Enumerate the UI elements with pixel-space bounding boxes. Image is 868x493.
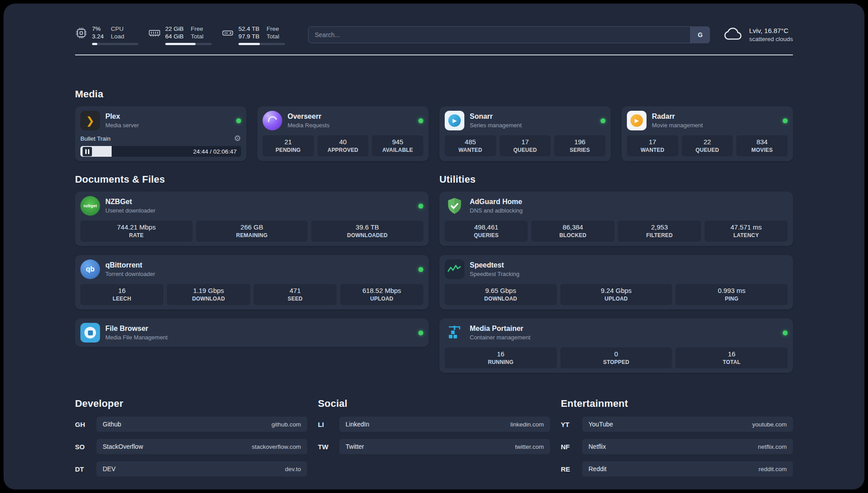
link-youtube[interactable]: YT YouTube youtube.com — [561, 417, 793, 432]
link-prefix: GH — [75, 421, 96, 428]
stat-value: 471 — [255, 287, 335, 295]
portainer-card[interactable]: Media Portainer Container management 16 … — [439, 318, 793, 373]
search-bar: G — [308, 26, 710, 43]
stat-value: 16 — [82, 287, 162, 295]
link-label: Twitter — [346, 443, 364, 450]
stat-wanted: 17 WANTED — [627, 135, 678, 156]
stat-ping: 0.993 ms PING — [676, 284, 788, 305]
app-name: Overseerr — [288, 112, 330, 121]
nzbget-card[interactable]: nzbget NZBGet Usenet downloader 744.21 M… — [75, 192, 429, 246]
ram-label-top: Free — [191, 25, 204, 33]
stat-label: RUNNING — [447, 359, 555, 366]
header-divider — [75, 54, 793, 55]
stat-stopped: 0 STOPPED — [560, 347, 672, 368]
link-github[interactable]: GH Github github.com — [75, 417, 307, 432]
disk-free-value: 52.4 TB — [238, 25, 259, 33]
stat-value: 16 — [447, 350, 555, 358]
disk-label-bottom: Total — [267, 33, 280, 40]
disk-icon — [221, 27, 234, 41]
section-social: Social LI LinkedIn linkedin.com TW Twitt… — [318, 398, 550, 454]
app-name: AdGuard Home — [470, 197, 523, 206]
link-label: StackOverflow — [103, 443, 143, 450]
app-subtitle: Media File Management — [105, 334, 167, 341]
search-engine-button[interactable]: G — [690, 26, 710, 43]
stat-label: PENDING — [264, 147, 312, 154]
stat-value: 0.993 ms — [677, 287, 786, 295]
section-title-media: Media — [75, 88, 793, 100]
cpu-load-value: 3.24 — [92, 33, 104, 40]
status-dot — [601, 118, 605, 123]
sonarr-icon: ▶ — [445, 111, 464, 130]
stat-value: 17 — [629, 138, 676, 146]
stat-downloaded: 39.6 TB DOWNLOADED — [311, 221, 423, 242]
stat-upload: 9.24 Gbps UPLOAD — [560, 284, 672, 305]
stat-value: 16 — [677, 350, 786, 358]
pause-button[interactable] — [83, 147, 92, 156]
app-name: NZBGet — [105, 197, 155, 206]
radarr-card[interactable]: ▶ Radarr Movie management 17 WANTED 22 Q… — [622, 106, 793, 161]
stat-value: 0 — [562, 350, 671, 358]
app-subtitle: Speedtest Tracking — [470, 270, 519, 278]
stat-label: LATENCY — [706, 232, 786, 239]
link-prefix: LI — [318, 421, 339, 428]
app-subtitle: Container management — [470, 334, 530, 341]
qbittorrent-card[interactable]: qb qBittorrent Torrent downloader 16 LEE… — [75, 255, 429, 309]
stat-label: DOWNLOAD — [447, 296, 555, 302]
stat-queued: 17 QUEUED — [500, 135, 551, 156]
app-name: qBittorrent — [105, 261, 155, 270]
stat-label: SERIES — [556, 147, 604, 154]
stat-value: 39.6 TB — [313, 223, 421, 231]
link-stackoverflow[interactable]: SO StackOverflow stackoverflow.com — [75, 439, 307, 454]
link-label: LinkedIn — [346, 421, 369, 428]
ram-progress-bar — [165, 43, 212, 45]
radarr-icon: ▶ — [627, 111, 647, 130]
speedtest-card[interactable]: Speedtest Speedtest Tracking 9.65 Gbps D… — [439, 255, 793, 309]
stat-blocked: 86,384 BLOCKED — [531, 221, 614, 242]
link-linkedin[interactable]: LI LinkedIn linkedin.com — [318, 417, 550, 432]
link-dev[interactable]: DT DEV dev.to — [75, 461, 307, 476]
app-subtitle: Series management — [470, 121, 522, 129]
playback-progress-bar[interactable]: 24:44 / 02:06:47 — [80, 146, 241, 157]
overseerr-card[interactable]: Overseerr Media Requests 21 PENDING 40 A… — [257, 106, 429, 161]
stat-value: 744.21 Mbps — [82, 223, 191, 231]
cloud-icon — [723, 24, 744, 46]
stat-seed: 471 SEED — [254, 284, 337, 305]
disk-total-value: 97.9 TB — [238, 33, 259, 40]
search-input[interactable] — [308, 26, 710, 43]
app-name: Plex — [105, 112, 139, 121]
top-bar: 7% 3.24 CPU Load — [75, 22, 793, 47]
app-name: Sonarr — [470, 112, 522, 121]
link-twitter[interactable]: TW Twitter twitter.com — [318, 439, 550, 454]
stat-value: 17 — [501, 138, 549, 146]
stat-label: MOVIES — [738, 147, 786, 154]
sonarr-card[interactable]: ▶ Sonarr Series management 485 WANTED 17… — [439, 106, 611, 161]
link-url: linkedin.com — [510, 421, 544, 428]
stat-value: 1.19 Gbps — [169, 287, 248, 295]
app-name: Radarr — [652, 112, 703, 121]
stat-series: 196 SERIES — [554, 135, 605, 156]
cpu-progress-bar — [92, 43, 138, 45]
link-reddit[interactable]: RE Reddit reddit.com — [561, 461, 793, 476]
stat-value: 9.65 Gbps — [447, 287, 555, 295]
stat-queued: 22 QUEUED — [682, 135, 733, 156]
section-developer: Developer GH Github github.com SO StackO… — [75, 398, 307, 476]
stat-label: PING — [677, 296, 786, 302]
link-prefix: TW — [318, 443, 339, 451]
stat-value: 40 — [319, 138, 367, 146]
weather-widget: Lviv, 16.87°C scattered clouds — [723, 24, 793, 46]
adguard-card[interactable]: AdGuard Home DNS and adblocking 498,461 … — [439, 192, 793, 246]
ram-label-bottom: Total — [191, 33, 204, 40]
stat-label: UPLOAD — [342, 296, 421, 302]
qbittorrent-icon: qb — [80, 259, 100, 279]
stat-label: AVAILABLE — [374, 147, 421, 154]
filebrowser-card[interactable]: File Browser Media File Management — [75, 318, 429, 347]
stat-label: WANTED — [629, 147, 676, 154]
gear-icon[interactable]: ⚙ — [234, 134, 241, 142]
link-netflix[interactable]: NF Netflix netflix.com — [561, 439, 793, 454]
stat-leech: 16 LEECH — [80, 284, 163, 305]
plex-card[interactable]: ❯ Plex Media server Bullet Train ⚙ 24:44… — [75, 106, 246, 161]
stat-value: 47.571 ms — [706, 223, 786, 231]
stat-value: 485 — [447, 138, 494, 146]
status-dot — [418, 267, 423, 272]
plex-icon: ❯ — [80, 111, 100, 130]
